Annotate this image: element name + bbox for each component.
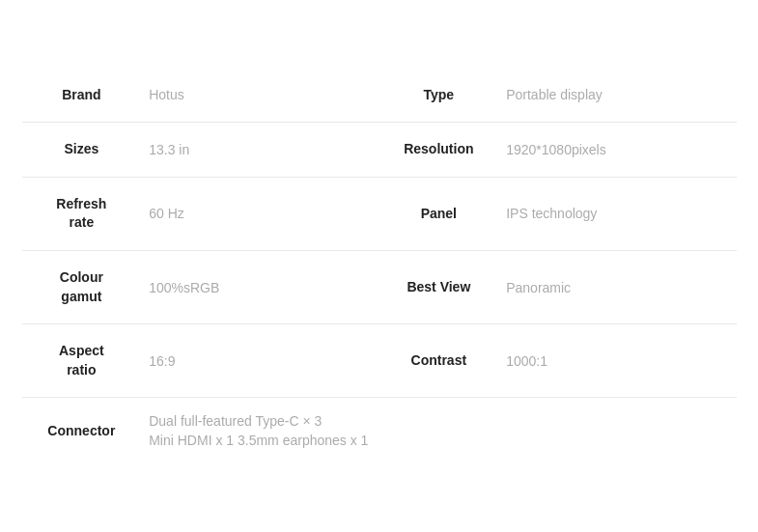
value-0-2: Portable display: [494, 69, 736, 123]
value-1-1: 13.3 in: [137, 123, 379, 178]
label-4-1: Aspect ratio: [22, 324, 138, 398]
value-2-1: 60 Hz: [137, 177, 379, 250]
table-row: Colour gamut100%sRGBBest ViewPanoramic: [22, 251, 737, 324]
label-0-1: Brand: [22, 69, 138, 123]
table-row: ConnectorDual full-featured Type-C × 3Mi…: [22, 398, 737, 464]
connector-line-1: Dual full-featured Type-C × 3: [149, 413, 724, 429]
value-1-2: 1920*1080pixels: [494, 123, 736, 178]
label-3-2: Best View: [379, 251, 494, 324]
table-row: Refresh rate60 HzPanelIPS technology: [22, 177, 737, 250]
value-3-1: 100%sRGB: [137, 251, 379, 324]
connector-line-2: Mini HDMI x 1 3.5mm earphones x 1: [149, 433, 724, 448]
table-row: BrandHotusTypePortable display: [22, 69, 737, 123]
label-2-2: Panel: [379, 177, 494, 250]
value-3-2: Panoramic: [494, 251, 736, 324]
value-0-1: Hotus: [137, 69, 379, 123]
value-2-2: IPS technology: [494, 177, 736, 250]
label-5-1: Connector: [22, 398, 138, 464]
table-row: Sizes13.3 inResolution1920*1080pixels: [22, 123, 737, 178]
label-0-2: Type: [379, 69, 494, 123]
value-5-1: Dual full-featured Type-C × 3Mini HDMI x…: [137, 398, 736, 464]
label-3-1: Colour gamut: [22, 251, 138, 324]
value-4-1: 16:9: [137, 324, 379, 398]
label-1-2: Resolution: [379, 123, 494, 178]
label-2-1: Refresh rate: [22, 177, 138, 250]
specs-table: BrandHotusTypePortable displaySizes13.3 …: [22, 69, 737, 464]
value-4-2: 1000:1: [494, 324, 736, 398]
label-1-1: Sizes: [22, 123, 138, 178]
label-4-2: Contrast: [379, 324, 494, 398]
table-row: Aspect ratio16:9Contrast1000:1: [22, 324, 737, 398]
